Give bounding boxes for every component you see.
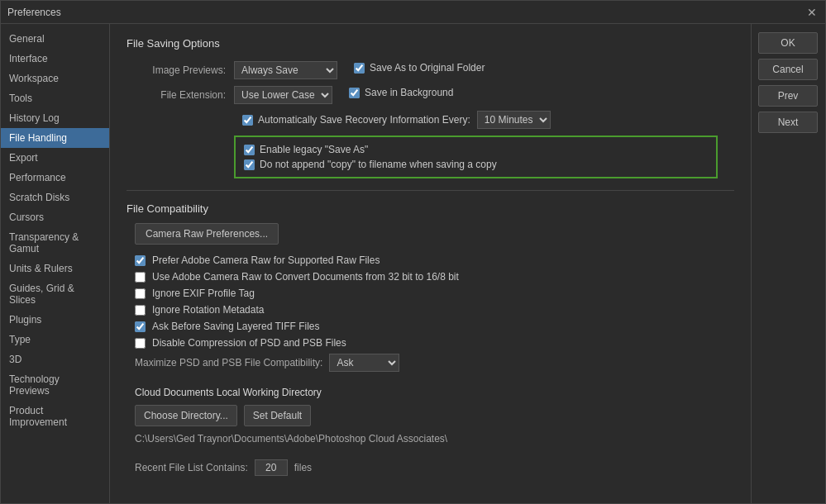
sidebar-item-product-improvement[interactable]: Product Improvement (1, 401, 109, 432)
save-as-original-label[interactable]: Save As to Original Folder (370, 62, 485, 74)
cloud-section: Cloud Documents Local Working Directory … (135, 387, 734, 445)
title-bar: Preferences ✕ (1, 1, 825, 24)
autosave-row: Automatically Save Recovery Information … (242, 111, 734, 129)
use-adobe-camera-raw-convert-checkbox[interactable] (135, 272, 146, 283)
ignore-exif-label[interactable]: Ignore EXIF Profile Tag (152, 288, 255, 299)
sidebar-item-performance[interactable]: Performance (1, 168, 109, 188)
main-content: File Saving Options Image Previews: Alwa… (110, 24, 751, 503)
file-extension-row: File Extension: Use Lower Case Use Upper… (127, 86, 734, 104)
right-buttons-panel: OK Cancel Prev Next (751, 24, 825, 503)
disable-compression-checkbox[interactable] (135, 338, 146, 349)
sidebar-item-technology-previews[interactable]: Technology Previews (1, 369, 109, 401)
cloud-path: C:\Users\Ged Traynor\Documents\Adobe\Pho… (135, 433, 734, 445)
set-default-button[interactable]: Set Default (244, 405, 311, 426)
ignore-exif-row: Ignore EXIF Profile Tag (135, 288, 734, 299)
recent-file-list-input[interactable] (255, 459, 288, 476)
autosave-checkbox[interactable] (242, 115, 253, 126)
recent-file-list-row: Recent File List Contains: files (135, 459, 734, 476)
ok-button[interactable]: OK (758, 32, 818, 54)
sidebar-item-guides--grid---slices[interactable]: Guides, Grid & Slices (1, 278, 109, 310)
image-previews-label: Image Previews: (127, 64, 234, 76)
ignore-rotation-row: Ignore Rotation Metadata (135, 304, 734, 316)
sidebar-item-type[interactable]: Type (1, 330, 109, 349)
file-saving-title: File Saving Options (127, 37, 734, 50)
camera-raw-preferences-button[interactable]: Camera Raw Preferences... (135, 223, 279, 245)
image-previews-select[interactable]: Always Save Never Save Ask When Saving (234, 61, 337, 79)
recent-file-list-label: Recent File List Contains: (135, 462, 248, 473)
ignore-rotation-checkbox[interactable] (135, 305, 146, 316)
ask-before-saving-tiff-row: Ask Before Saving Layered TIFF Files (135, 321, 734, 332)
sidebar-item-3d[interactable]: 3D (1, 349, 109, 369)
sidebar-item-scratch-disks[interactable]: Scratch Disks (1, 188, 109, 207)
preferences-window: Preferences ✕ GeneralInterfaceWorkspaceT… (0, 0, 826, 504)
prefer-adobe-camera-raw-row: Prefer Adobe Camera Raw for Supported Ra… (135, 254, 734, 266)
maximize-psd-row: Maximize PSD and PSB File Compatibility:… (135, 354, 734, 372)
sidebar-item-plugins[interactable]: Plugins (1, 310, 109, 330)
sidebar-item-tools[interactable]: Tools (1, 88, 109, 108)
ask-before-saving-tiff-label[interactable]: Ask Before Saving Layered TIFF Files (152, 321, 320, 332)
next-button[interactable]: Next (758, 112, 818, 133)
sidebar: GeneralInterfaceWorkspaceToolsHistory Lo… (1, 24, 110, 503)
use-adobe-camera-raw-convert-row: Use Adobe Camera Raw to Convert Document… (135, 271, 734, 283)
prefer-adobe-camera-raw-checkbox[interactable] (135, 255, 146, 266)
enable-legacy-save-as-checkbox[interactable] (244, 145, 255, 155)
sidebar-item-interface[interactable]: Interface (1, 49, 109, 69)
ignore-exif-checkbox[interactable] (135, 288, 146, 299)
compat-checkbox-group: Prefer Adobe Camera Raw for Supported Ra… (135, 254, 734, 349)
do-not-append-copy-row: Do not append "copy" to filename when sa… (244, 159, 708, 170)
file-extension-select[interactable]: Use Lower Case Use Upper Case (234, 86, 332, 104)
save-in-background-label[interactable]: Save in Background (365, 87, 453, 98)
ask-before-saving-tiff-checkbox[interactable] (135, 321, 146, 332)
sidebar-item-workspace[interactable]: Workspace (1, 69, 109, 88)
choose-directory-button[interactable]: Choose Directory... (135, 405, 237, 426)
disable-compression-row: Disable Compression of PSD and PSB Files (135, 337, 734, 349)
close-button[interactable]: ✕ (805, 6, 819, 19)
sidebar-item-file-handling[interactable]: File Handling (1, 128, 109, 148)
cancel-button[interactable]: Cancel (758, 59, 818, 80)
save-as-original-row: Save As to Original Folder (354, 62, 485, 74)
enable-legacy-save-as-row: Enable legacy "Save As" (244, 144, 708, 155)
do-not-append-copy-label[interactable]: Do not append "copy" to filename when sa… (260, 159, 497, 170)
ignore-rotation-label[interactable]: Ignore Rotation Metadata (152, 304, 264, 316)
sidebar-item-cursors[interactable]: Cursors (1, 207, 109, 227)
prev-button[interactable]: Prev (758, 85, 818, 107)
content-area: GeneralInterfaceWorkspaceToolsHistory Lo… (1, 24, 825, 503)
sidebar-item-export[interactable]: Export (1, 148, 109, 168)
recent-file-list-suffix: files (294, 462, 312, 473)
sidebar-item-transparency---gamut[interactable]: Transparency & Gamut (1, 227, 109, 259)
enable-legacy-save-as-label[interactable]: Enable legacy "Save As" (260, 144, 368, 155)
legacy-save-highlight-box: Enable legacy "Save As" Do not append "c… (234, 136, 718, 178)
cloud-buttons: Choose Directory... Set Default (135, 405, 734, 426)
window-title: Preferences (7, 7, 61, 18)
section-divider-1 (127, 190, 734, 191)
save-in-background-checkbox[interactable] (349, 88, 360, 98)
autosave-interval-select[interactable]: 1 Minute 5 Minutes 10 Minutes 15 Minutes… (477, 111, 551, 129)
save-in-background-row: Save in Background (349, 87, 453, 98)
disable-compression-label[interactable]: Disable Compression of PSD and PSB Files (152, 337, 346, 349)
file-compatibility-title: File Compatibility (127, 202, 734, 215)
use-adobe-camera-raw-convert-label[interactable]: Use Adobe Camera Raw to Convert Document… (152, 271, 459, 283)
do-not-append-copy-checkbox[interactable] (244, 159, 255, 170)
file-extension-label: File Extension: (127, 89, 234, 101)
sidebar-item-units---rulers[interactable]: Units & Rulers (1, 259, 109, 278)
save-as-original-checkbox[interactable] (354, 63, 365, 74)
prefer-adobe-camera-raw-label[interactable]: Prefer Adobe Camera Raw for Supported Ra… (152, 254, 380, 266)
maximize-psd-label: Maximize PSD and PSB File Compatibility: (135, 357, 322, 368)
sidebar-item-general[interactable]: General (1, 29, 109, 49)
image-previews-row: Image Previews: Always Save Never Save A… (127, 61, 734, 79)
autosave-checkbox-row: Automatically Save Recovery Information … (242, 111, 551, 129)
autosave-label[interactable]: Automatically Save Recovery Information … (258, 114, 470, 126)
maximize-psd-select[interactable]: Always Never Ask (329, 354, 399, 372)
cloud-section-title: Cloud Documents Local Working Directory (135, 387, 734, 398)
sidebar-item-history-log[interactable]: History Log (1, 108, 109, 128)
